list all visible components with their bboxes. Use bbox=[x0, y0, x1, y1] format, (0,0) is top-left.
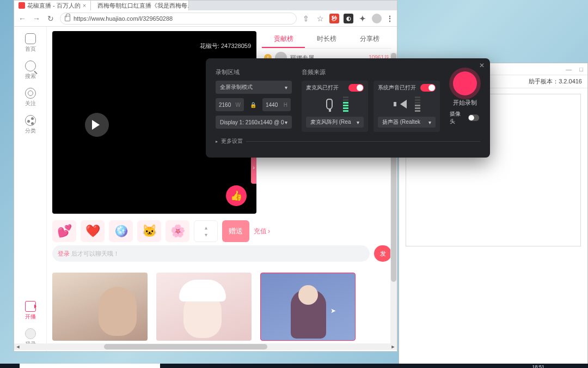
share-icon[interactable]: ⇧ bbox=[301, 14, 311, 23]
display-select[interactable]: Display 1: 2160x1440 @ 0 ▾ bbox=[216, 116, 292, 129]
microphone-icon bbox=[321, 96, 338, 112]
record-label: 开始录制 bbox=[453, 99, 477, 107]
tab-title: 花椒直播 - 百万人的 bbox=[27, 2, 81, 10]
ranking-tabs: 贡献榜 时长榜 分享榜 bbox=[262, 31, 391, 49]
topup-label: 充值 bbox=[254, 227, 267, 236]
sidebar-item-label: 搜索 bbox=[25, 73, 36, 80]
record-mode-select[interactable]: 全屏录制模式 ▾ bbox=[216, 81, 292, 94]
extension-dark-icon[interactable]: ◐ bbox=[344, 14, 353, 23]
forward-icon[interactable]: → bbox=[32, 14, 41, 23]
record-button[interactable] bbox=[453, 71, 477, 95]
lock-aspect-icon[interactable]: 🔒 bbox=[249, 101, 257, 108]
address-bar[interactable]: https://www.huajiao.com/l/329650288 bbox=[60, 13, 297, 25]
target-icon bbox=[25, 88, 36, 99]
close-icon[interactable]: ✕ bbox=[479, 62, 485, 69]
url-text: https://www.huajiao.com/l/329650288 bbox=[74, 15, 173, 22]
scroll-left-icon[interactable]: ◄ bbox=[14, 344, 22, 349]
horizontal-scrollbar[interactable]: ◄ ► bbox=[14, 343, 397, 350]
chevron-down-icon: ▾ bbox=[357, 119, 359, 125]
minimize-icon[interactable]: — bbox=[566, 66, 572, 73]
speaker-device-value: 扬声器 (Realtek bbox=[382, 118, 420, 126]
mic-level-icon bbox=[343, 96, 348, 112]
send-gift-button[interactable]: 赠送 bbox=[222, 220, 249, 242]
display-value: Display 1: 2160x1440 @ 0 bbox=[220, 119, 284, 125]
profile-icon[interactable] bbox=[372, 14, 382, 23]
gift-item[interactable]: 🐱 bbox=[137, 220, 161, 242]
gift-item[interactable]: ❤️ bbox=[81, 220, 105, 242]
gift-item[interactable]: 🌸 bbox=[166, 220, 189, 242]
sidebar-item-category[interactable]: 分类 bbox=[17, 112, 44, 138]
maximize-icon[interactable]: □ bbox=[579, 66, 583, 73]
sidebar-item-label: 开播 bbox=[25, 313, 36, 321]
recommendation-row: ➤ bbox=[52, 268, 391, 341]
system-audio-toggle[interactable] bbox=[420, 84, 436, 92]
audio-column: 音频来源 麦克风已打开 麦克 bbox=[302, 68, 440, 132]
w-label: W bbox=[236, 102, 241, 108]
camera-toggle[interactable] bbox=[468, 114, 480, 121]
sidebar-item-home[interactable]: 首页 bbox=[17, 30, 44, 56]
tab-title: 西梅每朝红口红直播《我是西梅每...》 bbox=[97, 2, 189, 10]
width-value: 2160 bbox=[219, 102, 231, 108]
chat-input-row: 登录 后才可以聊天哦！ 发 bbox=[52, 245, 391, 262]
speaker-icon bbox=[393, 96, 409, 112]
scroll-right-icon[interactable]: ► bbox=[389, 344, 397, 349]
mic-box: 麦克风已打开 麦克风阵列 (Rea ▾ bbox=[302, 81, 368, 132]
record-mode-value: 全屏录制模式 bbox=[220, 83, 253, 91]
size-row: 2160 W 🔒 1440 H bbox=[216, 98, 292, 111]
divider bbox=[246, 141, 480, 142]
sidebar-item-search[interactable]: 搜索 bbox=[17, 57, 44, 83]
play-button[interactable] bbox=[85, 113, 109, 137]
topup-link[interactable]: 充值 › bbox=[254, 227, 270, 236]
more-settings-row[interactable]: ▸ 更多设置 bbox=[216, 137, 480, 145]
taskbar-clock: 18:51 bbox=[532, 364, 544, 368]
tab-contribution[interactable]: 贡献榜 bbox=[262, 31, 305, 48]
camera-label: 摄像头 bbox=[450, 110, 464, 125]
chevron-down-icon: ▾ bbox=[285, 119, 287, 125]
gift-item[interactable]: 💕 bbox=[52, 220, 76, 242]
sidebar-item-label: 分类 bbox=[25, 127, 36, 135]
extension-recorder-icon[interactable]: 秒 bbox=[329, 14, 339, 23]
browser-menu-icon[interactable]: ⋮ bbox=[386, 14, 394, 23]
search-icon bbox=[25, 61, 36, 71]
chat-send-button[interactable]: 发 bbox=[374, 245, 391, 262]
tab-share[interactable]: 分享榜 bbox=[348, 31, 391, 48]
home-icon bbox=[25, 33, 36, 44]
sidebar-item-golive[interactable]: 开播 bbox=[17, 298, 44, 324]
sidebar-item-follow[interactable]: 关注 bbox=[17, 85, 44, 111]
width-input[interactable]: 2160 W bbox=[216, 98, 244, 111]
gift-item[interactable]: 🪩 bbox=[109, 220, 133, 242]
height-input[interactable]: 1440 H bbox=[262, 98, 291, 111]
star-icon[interactable]: ☆ bbox=[315, 14, 325, 23]
mic-device-select[interactable]: 麦克风阵列 (Rea ▾ bbox=[306, 117, 364, 128]
mic-toggle[interactable] bbox=[348, 84, 364, 92]
like-button[interactable]: 👍 bbox=[226, 185, 247, 206]
room-id: 花椒号: 247328059 bbox=[200, 42, 251, 50]
tab-duration[interactable]: 时长榜 bbox=[305, 31, 348, 48]
browser-tab-2[interactable]: 西梅每朝红口红直播《我是西梅每...》 × bbox=[91, 1, 189, 10]
taskbar[interactable]: 18:51 bbox=[0, 364, 588, 368]
recording-modal: ✕ 录制区域 全屏录制模式 ▾ 2160 W 🔒 1440 H Displ bbox=[206, 58, 490, 158]
left-sidebar: 首页 搜索 关注 分类 开播 登录 bbox=[14, 27, 47, 351]
height-value: 1440 bbox=[266, 102, 278, 108]
close-icon[interactable]: × bbox=[83, 2, 86, 9]
recommendation-card[interactable] bbox=[52, 273, 148, 341]
reload-icon[interactable]: ↻ bbox=[46, 14, 56, 23]
extensions-icon[interactable]: ✦ bbox=[358, 14, 367, 23]
taskbar-search[interactable] bbox=[20, 364, 160, 368]
recommendation-card[interactable] bbox=[156, 273, 252, 341]
chat-login-link[interactable]: 登录 bbox=[58, 250, 70, 258]
chevron-right-icon: › bbox=[268, 227, 270, 235]
chat-input[interactable]: 登录 后才可以聊天哦！ bbox=[52, 245, 370, 262]
mic-status: 麦克风已打开 bbox=[306, 84, 339, 92]
back-icon[interactable]: ← bbox=[17, 14, 27, 23]
scroll-thumb[interactable] bbox=[104, 344, 267, 349]
speaker-device-select[interactable]: 扬声器 (Realtek ▾ bbox=[378, 117, 436, 128]
browser-tab-1[interactable]: 花椒直播 - 百万人的 × bbox=[14, 1, 91, 10]
mic-device-value: 麦克风阵列 (Rea bbox=[310, 118, 351, 126]
area-column: 录制区域 全屏录制模式 ▾ 2160 W 🔒 1440 H Display 1:… bbox=[216, 68, 292, 132]
camera-icon bbox=[25, 301, 36, 312]
gift-pager[interactable]: ▴▾ bbox=[194, 220, 218, 242]
sidebar-item-label: 关注 bbox=[25, 100, 36, 107]
recommendation-card[interactable]: ➤ bbox=[260, 273, 356, 341]
chat-placeholder: 后才可以聊天哦！ bbox=[71, 250, 119, 258]
